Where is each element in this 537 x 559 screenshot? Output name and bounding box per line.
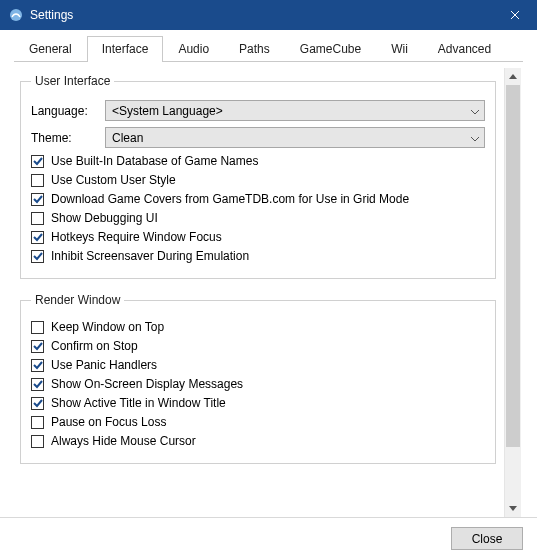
checkbox-label: Keep Window on Top [51,320,164,334]
ui-checkbox-5[interactable]: Inhibit Screensaver During Emulation [31,249,485,263]
tab-paths[interactable]: Paths [224,36,285,62]
theme-select[interactable]: Clean [105,127,485,148]
app-icon [8,7,24,23]
svg-point-0 [10,9,22,21]
render-checkbox-6[interactable]: Always Hide Mouse Cursor [31,434,485,448]
interface-panel: User Interface Language: <System Languag… [20,70,504,517]
checkbox-box[interactable] [31,155,44,168]
theme-value: Clean [112,131,143,145]
checkbox-box[interactable] [31,435,44,448]
chevron-down-icon [471,104,479,118]
checkbox-label: Inhibit Screensaver During Emulation [51,249,249,263]
tab-interface[interactable]: Interface [87,36,164,62]
user-interface-legend: User Interface [31,74,114,88]
checkbox-label: Hotkeys Require Window Focus [51,230,222,244]
language-label: Language: [31,104,105,118]
titlebar: Settings [0,0,537,30]
checkbox-label: Download Game Covers from GameTDB.com fo… [51,192,409,206]
vertical-scrollbar[interactable] [504,68,521,517]
tab-gamecube[interactable]: GameCube [285,36,376,62]
checkbox-label: Use Built-In Database of Game Names [51,154,258,168]
checkbox-label: Show Active Title in Window Title [51,396,226,410]
checkbox-box[interactable] [31,231,44,244]
checkbox-label: Pause on Focus Loss [51,415,166,429]
render-window-legend: Render Window [31,293,124,307]
render-checkbox-2[interactable]: Use Panic Handlers [31,358,485,372]
render-window-group: Render Window Keep Window on TopConfirm … [20,293,496,464]
render-checkbox-5[interactable]: Pause on Focus Loss [31,415,485,429]
theme-label: Theme: [31,131,105,145]
checkbox-box[interactable] [31,250,44,263]
checkbox-box[interactable] [31,397,44,410]
ui-checkbox-1[interactable]: Use Custom User Style [31,173,485,187]
render-checkbox-3[interactable]: Show On-Screen Display Messages [31,377,485,391]
checkbox-label: Show On-Screen Display Messages [51,377,243,391]
close-button[interactable]: Close [451,527,523,550]
tab-general[interactable]: General [14,36,87,62]
checkbox-label: Show Debugging UI [51,211,158,225]
language-value: <System Language> [112,104,223,118]
scroll-down-button[interactable] [505,500,521,517]
checkbox-box[interactable] [31,321,44,334]
ui-checkbox-2[interactable]: Download Game Covers from GameTDB.com fo… [31,192,485,206]
user-interface-group: User Interface Language: <System Languag… [20,74,496,279]
checkbox-label: Confirm on Stop [51,339,138,353]
tab-wii[interactable]: Wii [376,36,423,62]
window-title: Settings [30,8,492,22]
checkbox-box[interactable] [31,212,44,225]
checkbox-box[interactable] [31,193,44,206]
scroll-thumb[interactable] [506,85,520,447]
checkbox-box[interactable] [31,340,44,353]
checkbox-label: Use Panic Handlers [51,358,157,372]
dialog-footer: Close [0,517,537,559]
chevron-down-icon [471,131,479,145]
checkbox-label: Use Custom User Style [51,173,176,187]
close-window-button[interactable] [492,0,537,30]
checkbox-label: Always Hide Mouse Cursor [51,434,196,448]
tab-audio[interactable]: Audio [163,36,224,62]
language-select[interactable]: <System Language> [105,100,485,121]
render-checkbox-1[interactable]: Confirm on Stop [31,339,485,353]
render-checkbox-4[interactable]: Show Active Title in Window Title [31,396,485,410]
checkbox-box[interactable] [31,174,44,187]
tab-advanced[interactable]: Advanced [423,36,506,62]
ui-checkbox-4[interactable]: Hotkeys Require Window Focus [31,230,485,244]
render-checkbox-0[interactable]: Keep Window on Top [31,320,485,334]
scroll-up-button[interactable] [505,68,521,85]
ui-checkbox-0[interactable]: Use Built-In Database of Game Names [31,154,485,168]
checkbox-box[interactable] [31,378,44,391]
checkbox-box[interactable] [31,416,44,429]
tab-bar: General Interface Audio Paths GameCube W… [0,30,537,62]
ui-checkbox-3[interactable]: Show Debugging UI [31,211,485,225]
checkbox-box[interactable] [31,359,44,372]
client-area: General Interface Audio Paths GameCube W… [0,30,537,559]
